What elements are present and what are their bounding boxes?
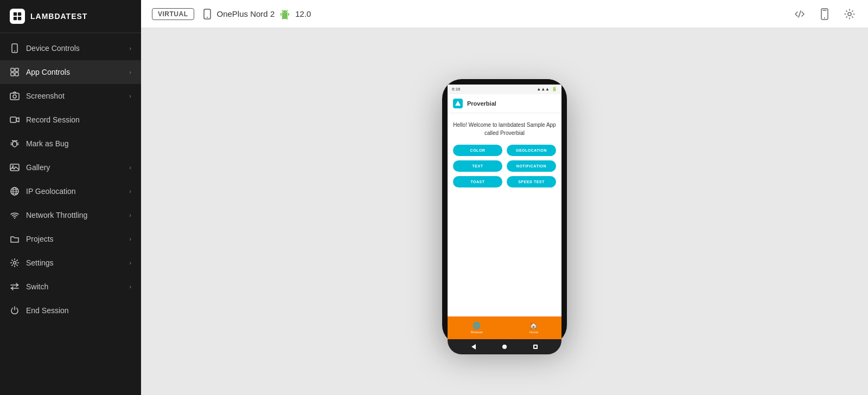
sidebar-item-label: Switch [26,282,48,291]
gallery-icon [10,163,20,172]
toast-button[interactable]: TOAST [453,176,502,187]
svg-rect-31 [288,13,289,16]
sidebar-item-app-controls[interactable]: App Controls › [0,60,141,84]
phone-icon [202,9,213,20]
svg-rect-25 [282,13,288,16]
svg-rect-1 [18,12,21,16]
sidebar-item-label: Screenshot [26,92,65,100]
chevron-right-icon: › [129,69,131,75]
back-button[interactable] [471,344,476,349]
topbar-left: VIRTUAL OnePlus Nord 2 [152,8,311,20]
sidebar-item-mark-as-bug[interactable]: Mark as Bug [0,132,141,156]
chevron-right-icon: › [129,188,131,195]
svg-point-37 [848,12,851,16]
settings-topbar-icon[interactable] [842,7,857,22]
svg-rect-14 [10,164,19,171]
bottom-nav-label: Browser [471,331,483,334]
phone-screen: Proverbial Hello! Welcome to lambdatest … [448,94,561,316]
phone-status-bar: 6:16 ▲▲▲ 🔋 [448,85,561,94]
sidebar-item-label: Projects [26,235,54,243]
svg-rect-9 [15,73,18,76]
sidebar-item-settings[interactable]: Settings › [0,251,141,275]
power-icon [10,306,20,315]
svg-rect-10 [10,93,19,100]
svg-rect-7 [15,68,18,72]
video-icon [10,115,20,125]
sidebar-item-end-session[interactable]: End Session [0,299,141,322]
topbar: VIRTUAL OnePlus Nord 2 [141,0,868,28]
sidebar-item-label: Network Throttling [26,211,87,219]
welcome-text: Hello! Welcome to lambdatest Sample App … [453,121,556,137]
mobile-icon [10,43,20,53]
sidebar-item-screenshot[interactable]: Screenshot › [0,84,141,108]
svg-point-22 [14,262,16,264]
app-name: LAMBDATEST [30,12,87,21]
chevron-right-icon: › [129,93,131,99]
phone-nav-bar [448,339,561,354]
app-icon [453,99,463,108]
text-button[interactable]: TEXT [453,160,502,172]
logo-area: LAMBDATEST [0,0,141,33]
bottom-nav-browser[interactable]: 🌐 Browser [471,322,483,334]
svg-line-29 [286,10,288,11]
sidebar-item-label: App Controls [26,68,70,76]
svg-point-11 [13,95,16,98]
chevron-right-icon: › [129,260,131,266]
svg-rect-12 [10,117,16,122]
globe-icon [10,186,20,196]
home-button[interactable] [502,345,507,349]
svg-point-5 [14,50,15,51]
svg-point-13 [12,141,17,147]
svg-point-15 [12,166,14,167]
sidebar-item-gallery[interactable]: Gallery › [0,156,141,179]
chevron-right-icon: › [129,164,131,171]
phone-app-body: Hello! Welcome to lambdatest Sample App … [448,113,561,195]
sidebar-item-label: Device Controls [26,44,80,53]
bottom-nav-home[interactable]: 🏠 Home [529,322,538,334]
sidebar-item-label: Mark as Bug [26,139,69,148]
svg-rect-2 [14,17,17,20]
android-icon [279,8,291,20]
notification-button[interactable]: NOTIFICATION [507,160,556,172]
bottom-nav-label: Home [529,331,538,334]
folder-icon [10,234,20,244]
logo-icon [10,9,25,24]
phone-bottom-nav: 🌐 Browser 🏠 Home [448,316,561,339]
chevron-right-icon: › [129,283,131,290]
sidebar-item-label: Gallery [26,163,50,172]
svg-rect-30 [280,13,282,16]
svg-point-24 [207,17,208,18]
grid-icon [10,67,20,77]
sidebar-item-label: End Session [26,306,69,315]
switch-icon [10,282,20,292]
device-controls-icon[interactable] [817,7,832,22]
android-version: 12.0 [295,9,311,18]
sidebar-item-switch[interactable]: Switch › [0,275,141,299]
phone-app-header: Proverbial [448,94,561,113]
wifi-icon [10,210,20,220]
speed-test-button[interactable]: SPEED TEST [507,176,556,187]
sidebar-item-network-throttling[interactable]: Network Throttling › [0,203,141,227]
sidebar-item-label: IP Geolocation [26,187,76,196]
device-info: OnePlus Nord 2 12.0 [202,8,311,20]
virtual-badge: VIRTUAL [152,8,194,20]
sidebar-nav: Device Controls › App Controls › [0,33,141,395]
chevron-right-icon: › [129,45,131,51]
svg-line-28 [282,10,283,11]
sidebar-item-ip-geolocation[interactable]: IP Geolocation › [0,179,141,203]
svg-point-21 [14,218,15,219]
code-icon[interactable] [792,7,807,22]
sidebar-item-projects[interactable]: Projects › [0,227,141,251]
sidebar: LAMBDATEST Device Controls › [0,0,141,395]
sidebar-item-device-controls[interactable]: Device Controls › [0,36,141,60]
color-button[interactable]: COLOR [453,145,502,156]
main-content: VIRTUAL OnePlus Nord 2 [141,0,868,395]
sidebar-item-record-session[interactable]: Record Session [0,108,141,132]
svg-rect-6 [11,68,14,72]
svg-rect-0 [14,12,17,16]
geolocation-button[interactable]: GEOLOCATION [507,145,556,156]
svg-point-35 [824,17,825,18]
device-name: OnePlus Nord 2 [217,9,275,18]
recents-button[interactable] [533,345,538,349]
svg-rect-3 [18,17,21,20]
